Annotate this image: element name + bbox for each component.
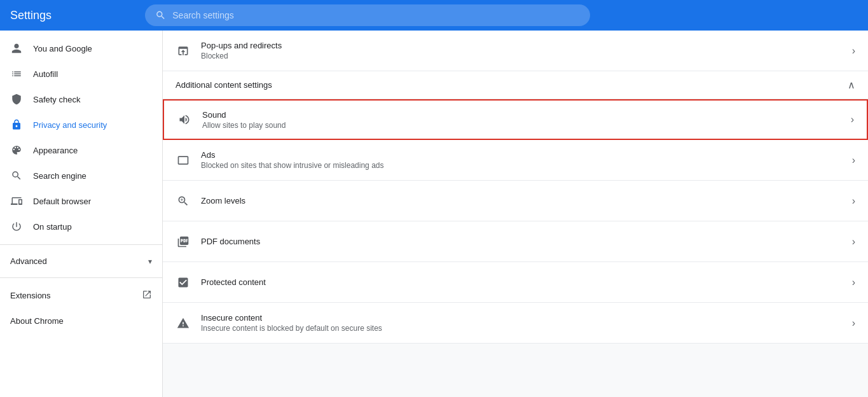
row-ads[interactable]: Ads Blocked on sites that show intrusive…	[163, 140, 868, 181]
search-nav-icon	[10, 169, 23, 182]
zoom-icon	[176, 193, 191, 209]
search-icon	[155, 10, 166, 21]
person-icon	[10, 42, 23, 55]
pdf-arrow: ›	[852, 236, 855, 247]
row-sound[interactable]: Sound Allow sites to play sound ›	[163, 99, 868, 140]
sidebar-label-safety-check: Safety check	[33, 95, 80, 104]
sidebar-divider-1	[0, 244, 162, 245]
popup-icon	[176, 43, 191, 59]
header: Settings	[0, 0, 868, 31]
sidebar-label-search-engine: Search engine	[33, 171, 86, 181]
sidebar-item-privacy-and-security[interactable]: Privacy and security	[0, 112, 162, 137]
browser-icon	[10, 195, 23, 207]
insecure-content-content: Insecure content Insecure content is blo…	[201, 313, 842, 333]
zoom-title: Zoom levels	[201, 196, 842, 205]
pdf-content: PDF documents	[201, 237, 842, 246]
sidebar-item-autofill[interactable]: Autofill	[0, 61, 162, 87]
sidebar-label-you-and-google: You and Google	[33, 44, 92, 53]
palette-icon	[10, 144, 23, 157]
protected-content-content: Protected content	[201, 277, 842, 287]
sidebar-item-default-browser[interactable]: Default browser	[0, 188, 162, 214]
chevron-down-icon: ▾	[148, 257, 152, 266]
pdf-title: PDF documents	[201, 237, 842, 246]
sound-arrow: ›	[851, 114, 854, 125]
protected-content-arrow: ›	[852, 277, 855, 288]
zoom-arrow: ›	[852, 195, 855, 207]
sidebar-item-about-chrome[interactable]: About Chrome	[0, 308, 162, 333]
row-pdf-documents[interactable]: PDF documents ›	[163, 221, 868, 262]
sidebar-label-extensions: Extensions	[10, 291, 51, 300]
search-bar[interactable]	[145, 4, 590, 26]
external-link-icon	[142, 289, 152, 302]
row-protected-content[interactable]: Protected content ›	[163, 262, 868, 303]
popups-subtitle: Blocked	[201, 52, 842, 60]
search-input[interactable]	[172, 10, 580, 20]
row-zoom-levels[interactable]: Zoom levels ›	[163, 181, 868, 221]
sidebar-extensions[interactable]: Extensions	[0, 283, 162, 308]
lock-icon	[10, 118, 23, 131]
sidebar-item-you-and-google[interactable]: You and Google	[0, 36, 162, 61]
sound-subtitle: Allow sites to play sound	[202, 121, 841, 130]
sidebar-divider-2	[0, 277, 162, 278]
popups-arrow: ›	[852, 45, 855, 57]
list-icon	[10, 67, 23, 80]
row-popups[interactable]: Pop-ups and redirects Blocked ›	[163, 31, 868, 71]
protected-content-icon	[176, 275, 191, 290]
insecure-content-arrow: ›	[852, 317, 855, 329]
ads-subtitle: Blocked on sites that show intrusive or …	[201, 161, 842, 170]
row-insecure-content[interactable]: Insecure content Insecure content is blo…	[163, 303, 868, 344]
sidebar-item-search-engine[interactable]: Search engine	[0, 163, 162, 188]
collapse-icon: ∧	[848, 79, 855, 91]
shield-icon	[10, 93, 23, 106]
sidebar-item-safety-check[interactable]: Safety check	[0, 87, 162, 112]
sidebar-label-on-startup: On startup	[33, 222, 72, 232]
content-area: Pop-ups and redirects Blocked › Addition…	[163, 31, 868, 397]
protected-content-title: Protected content	[201, 277, 842, 287]
sidebar-label-appearance: Appearance	[33, 146, 78, 155]
ads-content: Ads Blocked on sites that show intrusive…	[201, 150, 842, 170]
popups-title: Pop-ups and redirects	[201, 41, 842, 50]
section-header-label: Additional content settings	[176, 80, 272, 90]
sidebar-advanced[interactable]: Advanced ▾	[0, 250, 162, 272]
popups-content: Pop-ups and redirects Blocked	[201, 41, 842, 60]
power-icon	[10, 220, 23, 233]
sidebar-label-privacy-and-security: Privacy and security	[33, 120, 107, 130]
app-title: Settings	[10, 9, 137, 22]
sidebar-label-autofill: Autofill	[33, 69, 58, 79]
sidebar: You and Google Autofill Safety check Pri…	[0, 31, 163, 397]
insecure-content-subtitle: Insecure content is blocked by default o…	[201, 324, 842, 333]
sidebar-item-appearance[interactable]: Appearance	[0, 137, 162, 163]
sidebar-label-advanced: Advanced	[10, 256, 47, 266]
ads-icon	[176, 153, 191, 168]
sidebar-label-about-chrome: About Chrome	[10, 316, 64, 326]
sidebar-label-default-browser: Default browser	[33, 197, 91, 206]
sidebar-item-on-startup[interactable]: On startup	[0, 214, 162, 239]
sound-icon	[177, 112, 192, 127]
section-header-additional[interactable]: Additional content settings ∧	[163, 71, 868, 99]
insecure-content-title: Insecure content	[201, 313, 842, 323]
ads-arrow: ›	[852, 155, 855, 166]
pdf-icon	[176, 234, 191, 249]
insecure-content-icon	[176, 316, 191, 331]
ads-title: Ads	[201, 150, 842, 160]
main-layout: You and Google Autofill Safety check Pri…	[0, 31, 868, 397]
sound-content: Sound Allow sites to play sound	[202, 110, 841, 130]
zoom-content: Zoom levels	[201, 196, 842, 205]
sound-title: Sound	[202, 110, 841, 120]
